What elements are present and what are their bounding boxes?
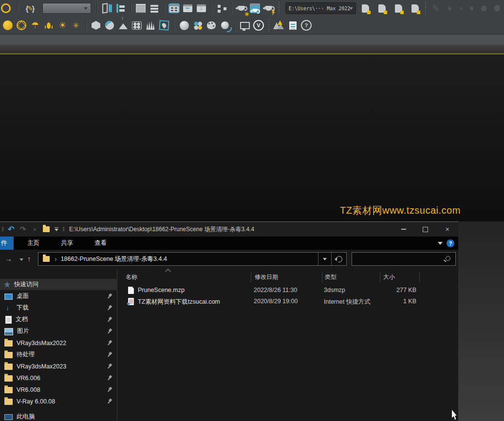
dope-sheet-icon[interactable] bbox=[196, 2, 207, 14]
sun-rays-icon[interactable] bbox=[70, 19, 82, 31]
column-divider[interactable] bbox=[419, 272, 420, 282]
color-dots-icon[interactable] bbox=[192, 19, 204, 31]
column-header-name[interactable]: 名称 bbox=[126, 273, 137, 281]
pin-icon[interactable] bbox=[106, 386, 114, 394]
mirror-icon[interactable] bbox=[101, 2, 113, 14]
file-name[interactable]: TZ素材网资料下载tzsucai.com bbox=[138, 298, 220, 306]
explorer-help-icon[interactable]: ? bbox=[447, 239, 454, 247]
viewport[interactable] bbox=[0, 55, 504, 221]
rendered-frame-window-icon[interactable] bbox=[249, 2, 261, 14]
geosphere-yellow-icon[interactable] bbox=[16, 19, 27, 31]
tab-home[interactable]: 主页 bbox=[19, 239, 47, 247]
sphere-arrow-icon[interactable] bbox=[219, 19, 231, 31]
sidebar-item-downloads[interactable]: 下载 bbox=[0, 302, 117, 313]
curve-editor-icon[interactable] bbox=[182, 2, 194, 14]
pin-icon[interactable] bbox=[106, 339, 114, 348]
column-header-date[interactable]: 修改日期 bbox=[255, 273, 278, 281]
scene-explorer-icon[interactable] bbox=[135, 2, 147, 14]
pin-icon[interactable] bbox=[106, 293, 114, 301]
schematic-view-icon[interactable] bbox=[216, 2, 227, 14]
macroscript-icon-3[interactable] bbox=[393, 2, 405, 14]
polyhedron-icon[interactable] bbox=[90, 19, 102, 31]
column-header-type[interactable]: 类型 bbox=[325, 273, 336, 281]
pin-icon[interactable] bbox=[106, 363, 114, 371]
tab-share[interactable]: 共享 bbox=[53, 239, 81, 247]
free-light-icon[interactable] bbox=[43, 19, 55, 31]
palette-icon[interactable] bbox=[205, 19, 217, 31]
vray-logo-icon[interactable]: V bbox=[253, 19, 264, 31]
column-divider[interactable] bbox=[322, 272, 322, 282]
macroscript-icon-2[interactable] bbox=[376, 2, 388, 14]
sidebar-item-folder[interactable]: VRay3dsMax2023 bbox=[0, 361, 117, 372]
breadcrumb[interactable]: › 18662-PruneScene 场景清理-杀毒3.4.4 bbox=[38, 253, 318, 265]
pin-icon[interactable] bbox=[106, 328, 114, 336]
render-setup-icon[interactable] bbox=[236, 2, 247, 14]
align-icon[interactable] bbox=[115, 2, 127, 14]
sidebar-item-desktop[interactable]: 桌面 bbox=[0, 291, 117, 302]
forward-icon[interactable]: → bbox=[5, 255, 12, 263]
script-document-icon[interactable] bbox=[287, 19, 299, 31]
minimize-button[interactable] bbox=[392, 222, 414, 237]
monitor-icon[interactable] bbox=[239, 19, 251, 31]
sidebar-item-folder[interactable]: VR6.006 bbox=[0, 372, 117, 384]
sidebar-item-folder[interactable]: VRay3dsMax2022 bbox=[0, 337, 117, 348]
address-dropdown-icon[interactable] bbox=[318, 253, 331, 265]
qat-dropdown-icon[interactable] bbox=[55, 227, 58, 232]
pin-icon[interactable] bbox=[106, 398, 114, 406]
material-sphere-icon[interactable] bbox=[178, 19, 190, 31]
macroscript-icon-4[interactable] bbox=[410, 2, 421, 14]
undo-button[interactable] bbox=[5, 224, 17, 235]
script-editor-icon[interactable]: {} bbox=[22, 2, 38, 14]
ribbon-collapse-icon[interactable] bbox=[438, 242, 443, 245]
pin-icon[interactable] bbox=[106, 304, 114, 312]
sweep-sphere-icon[interactable] bbox=[104, 19, 115, 31]
column-divider[interactable] bbox=[251, 272, 251, 282]
pin-icon[interactable] bbox=[106, 316, 114, 324]
sun-light-icon[interactable] bbox=[56, 19, 68, 31]
sidebar-item-folder[interactable]: 待处理 bbox=[0, 349, 117, 360]
search-input[interactable] bbox=[352, 252, 456, 266]
redo-button[interactable] bbox=[17, 224, 29, 235]
array-teeth-icon[interactable] bbox=[131, 19, 143, 31]
layer-explorer-icon[interactable] bbox=[149, 2, 160, 14]
sidebar-item-folder[interactable]: V-Ray 6.00.08 bbox=[0, 396, 117, 407]
fire-effect-icon[interactable] bbox=[158, 19, 170, 31]
file-row[interactable]: TZ素材网资料下载tzsucai.com 2020/8/29 19:00 Int… bbox=[117, 296, 458, 308]
address-bar[interactable]: › 18662-PruneScene 场景清理-杀毒3.4.4 bbox=[38, 252, 347, 266]
help-icon[interactable]: ? bbox=[300, 19, 312, 31]
delete-button[interactable]: × bbox=[29, 224, 40, 235]
up-icon[interactable]: ↑ bbox=[27, 255, 31, 263]
macroscript-icon-1[interactable] bbox=[360, 2, 372, 14]
sidebar-item-folder[interactable]: VR6.008 bbox=[0, 384, 117, 395]
sidebar-item-this-pc[interactable]: 此电脑 bbox=[0, 411, 117, 421]
grass-foliage-icon[interactable] bbox=[145, 19, 156, 31]
file-row[interactable]: PruneScene.mzp 2022/8/26 11:30 3dsmzp 27… bbox=[117, 285, 458, 296]
snap-ring-icon[interactable] bbox=[2, 2, 14, 14]
named-selection-dropdown[interactable] bbox=[42, 3, 91, 14]
project-folder-dropdown[interactable]: E:\Users\··· Max 2022 bbox=[285, 2, 356, 14]
refresh-button[interactable] bbox=[331, 253, 346, 265]
breadcrumb-path[interactable]: 18662-PruneScene 场景清理-杀毒3.4.4 bbox=[61, 255, 167, 263]
toggle-explorer-icon[interactable] bbox=[168, 2, 180, 14]
recent-locations-icon[interactable] bbox=[19, 258, 23, 261]
toolbar-separator bbox=[231, 2, 232, 14]
sidebar-quick-access[interactable]: 快速访问 bbox=[0, 279, 117, 290]
render-production-icon[interactable] bbox=[263, 2, 275, 14]
tab-view[interactable]: 查看 bbox=[87, 239, 114, 247]
column-header-size[interactable]: 大小 bbox=[383, 273, 395, 281]
pin-icon[interactable] bbox=[106, 351, 114, 359]
sphere-yellow-icon[interactable] bbox=[2, 19, 14, 31]
maximize-button[interactable] bbox=[414, 222, 436, 237]
explorer-titlebar[interactable]: ‖ × ‖ E:\Users\Administrator\Desktop\186… bbox=[0, 222, 458, 237]
sidebar-item-documents[interactable]: 文档 bbox=[0, 314, 117, 325]
sidebar-item-pictures[interactable]: 图片 bbox=[0, 326, 117, 337]
column-divider[interactable] bbox=[380, 272, 380, 282]
pin-icon[interactable] bbox=[106, 374, 114, 383]
camera-pyramid-icon[interactable] bbox=[117, 19, 129, 31]
umbrella-light-icon[interactable] bbox=[29, 19, 41, 31]
file-name[interactable]: PruneScene.mzp bbox=[138, 287, 185, 293]
file-menu-button[interactable]: 件 bbox=[0, 237, 14, 250]
forest-trees-icon[interactable] bbox=[273, 20, 285, 30]
close-button[interactable]: × bbox=[436, 222, 458, 237]
pictures-icon bbox=[4, 328, 13, 335]
